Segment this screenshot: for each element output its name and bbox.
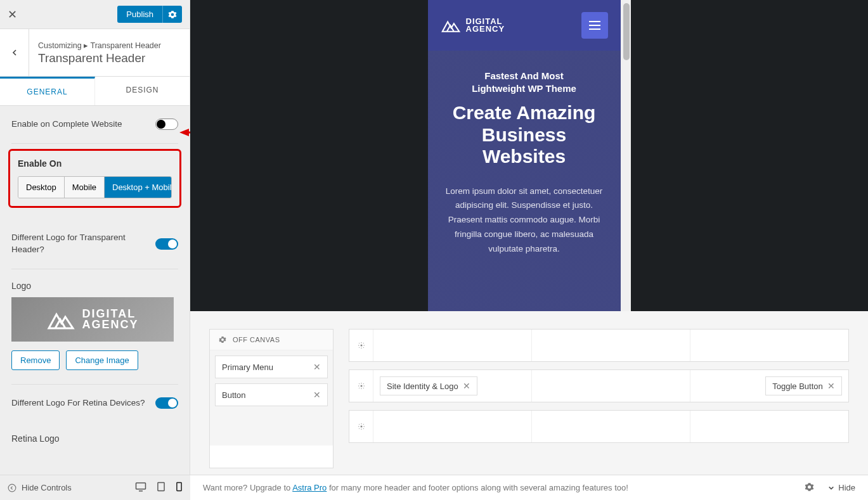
back-button[interactable] [0, 29, 29, 76]
offcanvas-header[interactable]: OFF CANVAS [210, 330, 333, 350]
offcanvas-title: OFF CANVAS [233, 336, 280, 343]
preview-scrollbar[interactable] [621, 0, 631, 311]
zone-center[interactable] [532, 330, 690, 361]
row-settings-button[interactable] [349, 330, 373, 361]
zone-right[interactable]: Toggle Button ✕ [690, 370, 848, 402]
zone-left[interactable] [373, 411, 532, 442]
device-desktop-icon[interactable] [135, 482, 146, 494]
device-switcher [135, 482, 183, 494]
label-logo: Logo [11, 269, 178, 297]
device-tablet-icon[interactable] [157, 482, 165, 494]
breadcrumb-section: Customizing ▸ Transparent Header Transpa… [0, 29, 190, 77]
widget-label: Primary Menu [222, 362, 273, 372]
gear-icon [358, 382, 365, 390]
toggle-enable-complete[interactable] [155, 119, 178, 130]
hide-label: Hide [838, 483, 855, 492]
panel-body: Enable on Complete Website Enable On Des… [0, 106, 190, 474]
label-retina-logo: Retina Logo [11, 422, 178, 444]
change-image-button[interactable]: Change Image [66, 350, 138, 370]
tab-design[interactable]: DESIGN [95, 77, 190, 105]
hero-desc: Lorem ipsum dolor sit amet, consectetuer… [441, 184, 608, 257]
customizer-sidebar: ✕ Publish Customizing ▸ Transparent Head… [0, 0, 190, 500]
widget-label: Site Identity & Logo [387, 381, 458, 391]
tab-general[interactable]: GENERAL [0, 77, 95, 105]
svg-point-8 [360, 426, 362, 428]
hide-builder-button[interactable]: Hide [828, 483, 855, 492]
row-settings-button[interactable] [349, 411, 373, 442]
header-builder: OFF CANVAS Primary Menu ✕ Button ✕ Site … [190, 311, 868, 475]
enable-on-desktop[interactable]: Desktop [18, 177, 65, 198]
astra-pro-link[interactable]: Astra Pro [292, 483, 327, 492]
mobile-preview-frame: DIGITAL AGENCY Fastest And Most Lightwei… [428, 0, 631, 311]
close-icon[interactable]: ✕ [463, 381, 470, 391]
hide-controls-label: Hide Controls [22, 483, 72, 492]
close-icon[interactable]: ✕ [8, 8, 17, 22]
zone-left[interactable]: Site Identity & Logo ✕ [373, 370, 532, 402]
hamburger-button[interactable] [581, 12, 608, 39]
enable-on-both[interactable]: Desktop + Mobile [105, 177, 172, 198]
builder-row-below[interactable] [349, 410, 849, 443]
hide-controls-button[interactable]: Hide Controls [8, 483, 72, 492]
enable-on-mobile[interactable]: Mobile [65, 177, 105, 198]
zone-left[interactable] [373, 330, 532, 361]
widget-primary-menu[interactable]: Primary Menu ✕ [215, 356, 328, 378]
chevron-left-icon [10, 48, 20, 58]
logo-text-2: AGENCY [82, 319, 138, 330]
builder-row-above[interactable] [349, 329, 849, 362]
close-icon[interactable]: ✕ [313, 362, 321, 372]
preview-area: DIGITAL AGENCY Fastest And Most Lightwei… [190, 0, 868, 311]
close-icon[interactable]: ✕ [827, 381, 835, 391]
zone-right[interactable] [690, 411, 848, 442]
bottom-bar: Want more? Upgrade to Astra Pro for many… [190, 475, 868, 500]
svg-rect-1 [136, 483, 146, 489]
widget-label: Toggle Button [772, 381, 823, 391]
mobile-preview-content: DIGITAL AGENCY Fastest And Most Lightwei… [428, 0, 621, 311]
widget-site-identity[interactable]: Site Identity & Logo ✕ [380, 376, 477, 395]
toggle-diff-retina[interactable] [155, 397, 178, 409]
publish-group: Publish [117, 6, 182, 23]
label-enable-on: Enable On [18, 158, 172, 169]
publish-settings-button[interactable] [162, 6, 182, 23]
device-mobile-icon[interactable] [176, 482, 183, 494]
hero-title-1: Create Amazing [441, 102, 608, 124]
enable-on-highlight: Enable On Desktop Mobile Desktop + Mobil… [8, 149, 181, 208]
control-diff-retina: Different Logo For Retina Devices? [11, 385, 178, 422]
toggle-diff-logo[interactable] [155, 238, 178, 250]
notice-after: for many more header and footer options … [327, 483, 628, 492]
logo-preview[interactable]: DIGITAL AGENCY [11, 297, 174, 342]
enable-on-group: Desktop Mobile Desktop + Mobile [18, 176, 172, 198]
mobile-logo-text-2: AGENCY [466, 25, 505, 33]
svg-point-7 [360, 385, 362, 387]
zone-center[interactable] [532, 370, 690, 402]
gear-icon [219, 336, 226, 343]
builder-settings-button[interactable] [805, 482, 814, 494]
sidebar-footer: Hide Controls [0, 475, 190, 500]
widget-toggle-button[interactable]: Toggle Button ✕ [765, 376, 842, 395]
close-icon[interactable]: ✕ [313, 390, 321, 400]
logo-actions: Remove Change Image [11, 350, 178, 385]
svg-rect-3 [177, 482, 181, 490]
breadcrumb-sep: ▸ [84, 41, 88, 50]
row-settings-button[interactable] [349, 370, 373, 402]
hero-sub-1: Fastest And Most [441, 70, 608, 82]
hero-sub-2: Lightweight WP Theme [441, 82, 608, 95]
control-diff-logo: Different Logo for Transparent Header? [11, 219, 178, 269]
publish-button[interactable]: Publish [117, 6, 162, 23]
widget-button[interactable]: Button ✕ [215, 383, 328, 406]
svg-rect-2 [158, 482, 164, 490]
breadcrumb-root: Customizing [38, 41, 82, 50]
builder-rows: Site Identity & Logo ✕ Toggle Button ✕ [349, 329, 849, 468]
hero-title-3: Websites [441, 146, 608, 168]
collapse-icon [8, 484, 16, 492]
builder-row-primary[interactable]: Site Identity & Logo ✕ Toggle Button ✕ [349, 369, 849, 402]
gear-icon [358, 342, 365, 349]
breadcrumb-text: Customizing ▸ Transparent Header Transpa… [29, 34, 170, 72]
logo-mark-icon [46, 308, 75, 331]
zone-center[interactable] [532, 411, 690, 442]
section-title: Transparent Header [38, 51, 161, 65]
zone-right[interactable] [690, 330, 848, 361]
hero-title-2: Business [441, 124, 608, 146]
remove-button[interactable]: Remove [11, 350, 60, 370]
offcanvas-body: Primary Menu ✕ Button ✕ [210, 350, 333, 446]
gear-icon [168, 10, 177, 19]
